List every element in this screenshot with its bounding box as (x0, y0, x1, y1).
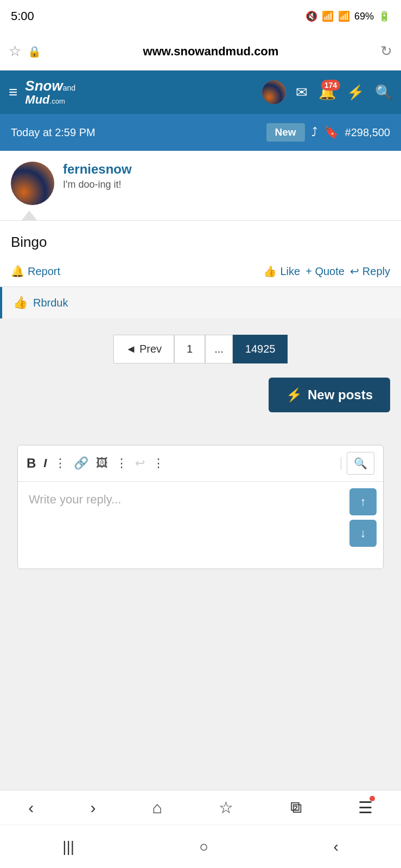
home-nav-icon[interactable]: ⌂ (152, 799, 162, 817)
more-icon-3[interactable]: ⋮ (152, 456, 164, 470)
logo-and: and (63, 84, 75, 92)
post-content: Bingo (0, 221, 401, 256)
editor-placeholder[interactable]: Write your reply... (18, 482, 343, 569)
menu-dot (370, 796, 375, 801)
nav-icons: ✉ 🔔 174 ⚡ 🔍 (296, 84, 392, 101)
signal-icon: 📶 (338, 10, 350, 22)
logo-mud: Mud (25, 93, 49, 106)
more-icon-2[interactable]: ⋮ (116, 456, 128, 470)
android-back-icon[interactable]: ‹ (333, 838, 338, 856)
more-icon-1[interactable]: ⋮ (54, 456, 66, 470)
thumbs-up-icon: 👍 (13, 296, 28, 310)
android-menu-icon[interactable]: ||| (62, 838, 74, 856)
scroll-down-button[interactable]: ↓ (349, 520, 377, 547)
new-posts-bolt-icon: ⚡ (286, 387, 302, 403)
new-posts-button[interactable]: ⚡ New posts (269, 378, 390, 412)
bookmark-icon[interactable]: 🔖 (324, 125, 339, 139)
bookmarks-nav-icon[interactable]: ☆ (219, 798, 233, 817)
logo-snow: Snow (25, 78, 62, 94)
current-page-button[interactable]: 14925 (233, 335, 288, 363)
bottom-browser-nav: ‹ › ⌂ ☆ ⧉ 2 ☰ (0, 790, 401, 825)
battery-icon: 🔋 (378, 10, 390, 22)
toolbar-separator (341, 457, 341, 470)
search-icon[interactable]: 🔍 (375, 84, 392, 101)
pagination: ◄ Prev 1 ... 14925 (0, 318, 401, 369)
star-icon[interactable]: ☆ (9, 43, 21, 60)
lock-icon: 🔒 (28, 45, 41, 58)
search-doc-button[interactable]: 🔍 (347, 452, 374, 475)
refresh-icon[interactable]: ↻ (380, 43, 392, 60)
reply-button[interactable]: ↩ Reply (350, 265, 390, 278)
italic-button[interactable]: I (43, 456, 47, 470)
site-logo: Snowand Mud.com (25, 78, 254, 107)
forward-nav-icon[interactable]: › (90, 799, 96, 817)
status-icons: 🔇 📶 📶 69% 🔋 (305, 10, 390, 22)
link-icon[interactable]: 🔗 (74, 456, 88, 470)
action-row: 🔔 Report 👍 Like + Quote ↩ Reply (0, 256, 401, 286)
android-home-icon[interactable]: ○ (199, 838, 208, 856)
reply-editor: B I ⋮ 🔗 🖼 ⋮ ↩ ⋮ 🔍 Write your reply... ↑ … (17, 445, 384, 569)
mute-icon: 🔇 (305, 10, 317, 22)
page-1-button[interactable]: 1 (174, 335, 205, 363)
bell-icon: 🔔 (11, 265, 24, 278)
report-button[interactable]: 🔔 Report (11, 265, 60, 278)
user-tagline: I'm doo-ing it! (63, 179, 390, 190)
status-bar: 5:00 🔇 📶 📶 69% 🔋 (0, 0, 401, 33)
mail-icon[interactable]: ✉ (296, 84, 308, 101)
speech-pointer (22, 210, 37, 220)
status-time: 5:00 (11, 9, 34, 23)
editor-container: B I ⋮ 🔗 🖼 ⋮ ↩ ⋮ 🔍 Write your reply... ↑ … (0, 434, 401, 591)
new-posts-row: ⚡ New posts (0, 369, 401, 429)
back-nav-icon[interactable]: ‹ (28, 799, 34, 817)
android-nav: ||| ○ ‹ (0, 825, 401, 868)
post-date: Today at 2:59 PM (11, 126, 260, 139)
browser-bar: ☆ 🔒 www.snowandmud.com ↻ (0, 33, 401, 71)
quote-button[interactable]: + Quote (305, 265, 345, 278)
notification-badge: 174 (321, 80, 340, 91)
menu-nav-icon[interactable]: ☰ (358, 798, 373, 817)
image-icon[interactable]: 🖼 (96, 456, 108, 470)
search-doc-area: 🔍 (340, 452, 374, 475)
speech-pointer-container (0, 210, 401, 220)
url-bar[interactable]: www.snowandmud.com (48, 44, 374, 59)
post-area: ferniesnow I'm doo-ing it! Bingo 🔔 Repor… (0, 151, 401, 318)
liked-by-user[interactable]: Rbrduk (33, 297, 68, 309)
bolt-icon[interactable]: ⚡ (347, 84, 364, 101)
new-button[interactable]: New (266, 123, 305, 142)
likes-section: 👍 Rbrduk (0, 287, 401, 318)
undo-icon[interactable]: ↩ (135, 456, 145, 470)
notifications-icon[interactable]: 🔔 174 (319, 84, 336, 101)
page-ellipsis: ... (205, 335, 233, 363)
user-info: ferniesnow I'm doo-ing it! (63, 162, 390, 190)
tabs-nav-icon[interactable]: ⧉ 2 (290, 798, 302, 817)
editor-input-area: Write your reply... ↑ ↓ (18, 482, 383, 569)
user-avatar (11, 162, 54, 205)
post-info-bar: Today at 2:59 PM New ⤴ 🔖 #298,500 (0, 114, 401, 151)
username[interactable]: ferniesnow (63, 162, 390, 177)
editor-toolbar: B I ⋮ 🔗 🖼 ⋮ ↩ ⋮ 🔍 (18, 445, 383, 482)
hamburger-menu[interactable]: ≡ (9, 84, 17, 101)
prev-button[interactable]: ◄ Prev (113, 335, 174, 363)
nav-header: ≡ Snowand Mud.com ✉ 🔔 174 ⚡ 🔍 (0, 71, 401, 114)
tab-count: 2 (294, 803, 297, 812)
like-button[interactable]: 👍 Like (263, 265, 300, 278)
pagination-section: ◄ Prev 1 ... 14925 ⚡ New posts (0, 318, 401, 434)
post-user-row: ferniesnow I'm doo-ing it! (0, 151, 401, 210)
user-avatar-nav[interactable] (262, 80, 286, 104)
scroll-up-button[interactable]: ↑ (349, 488, 377, 515)
reply-icon: ↩ (350, 265, 359, 278)
editor-actions: ↑ ↓ (343, 482, 383, 553)
bottom-spacer (0, 591, 401, 678)
logo-dot: .com (50, 97, 65, 105)
like-icon: 👍 (263, 265, 277, 278)
battery-level: 69% (354, 11, 374, 22)
post-number: #298,500 (345, 126, 390, 139)
share-icon[interactable]: ⤴ (311, 125, 317, 139)
wifi-icon: 📶 (322, 10, 334, 22)
bold-button[interactable]: B (27, 456, 36, 471)
